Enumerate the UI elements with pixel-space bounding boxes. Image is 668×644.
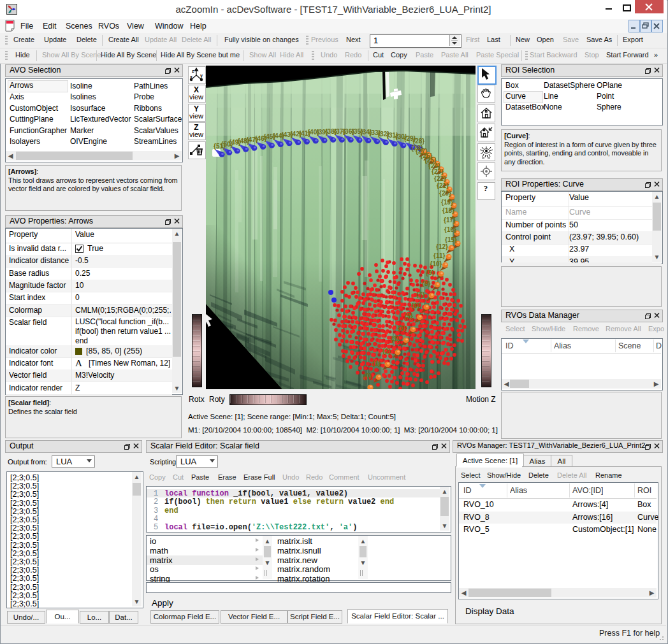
svg-text:{17}: {17}: [444, 217, 456, 224]
svg-text:{12}: {12}: [436, 243, 448, 250]
svg-text:{11}: {11}: [433, 252, 445, 259]
svg-text:{21}: {21}: [437, 182, 449, 189]
svg-text:{20}: {20}: [439, 190, 451, 197]
svg-text:{5}: {5}: [405, 313, 413, 320]
svg-text:{1}: {1}: [372, 360, 381, 367]
svg-text:{9}: {9}: [426, 269, 434, 276]
svg-text:{23}: {23}: [432, 168, 444, 175]
svg-text:{0}: {0}: [363, 373, 372, 380]
svg-text:{2}: {2}: [382, 348, 391, 355]
svg-text:{6}: {6}: [411, 303, 419, 310]
svg-text:z: z: [192, 69, 194, 73]
svg-text:{15}: {15}: [445, 236, 457, 243]
svg-text:{16}: {16}: [444, 226, 456, 233]
svg-text:{8}: {8}: [422, 280, 430, 287]
svg-text:{3}: {3}: [391, 336, 399, 343]
svg-text:{28}: {28}: [412, 138, 425, 145]
svg-text:{19}: {19}: [441, 199, 453, 206]
svg-text:{7}: {7}: [416, 291, 425, 298]
svg-text:{18}: {18}: [442, 207, 454, 214]
svg-text:x: x: [190, 75, 192, 79]
svg-text:y: y: [200, 73, 203, 78]
svg-text:{10}: {10}: [430, 261, 442, 268]
svg-text:{4}: {4}: [398, 325, 406, 332]
svg-text:{22}: {22}: [434, 175, 446, 182]
